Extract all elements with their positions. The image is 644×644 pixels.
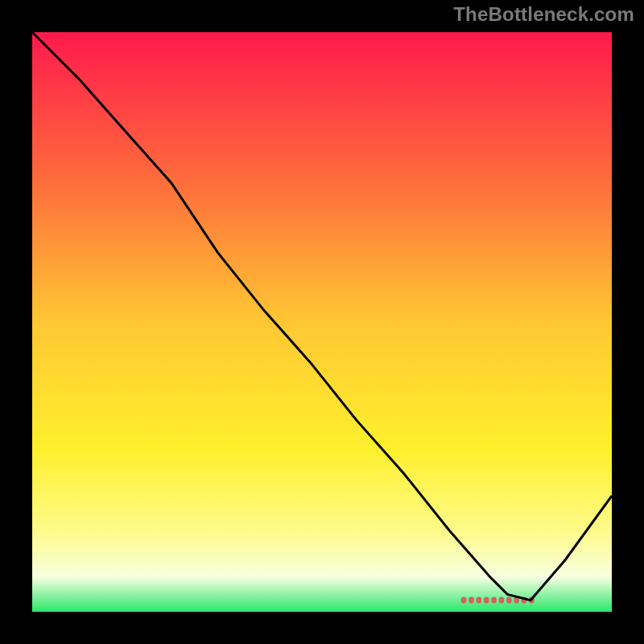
svg-rect-4 [491,597,497,604]
gradient-background [32,32,612,612]
svg-rect-2 [477,597,482,604]
svg-rect-5 [499,597,505,604]
svg-rect-6 [506,597,512,604]
watermark-text: TheBottleneck.com [453,3,634,26]
chart-container: TheBottleneck.com [0,0,644,644]
svg-rect-0 [461,597,467,604]
svg-rect-3 [484,597,489,604]
svg-rect-1 [469,597,474,604]
chart-svg [32,32,612,612]
plot-area [32,32,612,612]
